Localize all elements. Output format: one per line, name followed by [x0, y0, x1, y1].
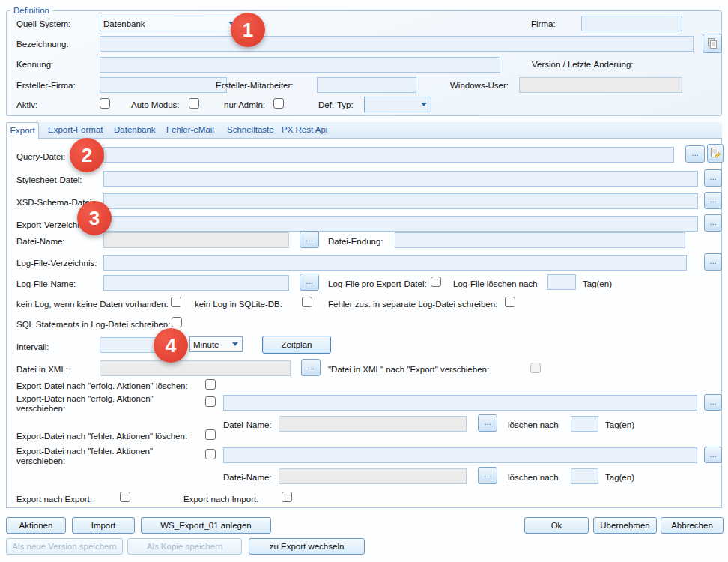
- erfolg-datei-name-label: Datei-Name:: [223, 420, 272, 430]
- kein-log-keine-daten-label: kein Log, wenn keine Daten vorhanden:: [16, 299, 169, 309]
- aktionen-button[interactable]: Aktionen: [6, 517, 66, 534]
- fehler-loeschen-nach-label: löschen nach: [508, 472, 559, 483]
- fehler-datei-name-label: Datei-Name:: [223, 472, 272, 483]
- tab-export[interactable]: Export: [6, 122, 39, 139]
- sql-statements-checkbox[interactable]: [172, 317, 182, 327]
- auto-modus-checkbox[interactable]: [189, 98, 199, 109]
- export-definition-dialog: { "colors": { "badge_red": "#e0493a", "a…: [0, 0, 728, 562]
- fehler-datei-name-browse-button[interactable]: ...: [478, 467, 497, 484]
- nur-admin-checkbox[interactable]: [273, 98, 284, 109]
- stylesheet-datei-field[interactable]: [103, 171, 698, 187]
- erfolg-loeschen-label: Export-Datei nach "erfolg. Aktionen" lös…: [16, 381, 188, 391]
- fehler-datei-name-field: [279, 468, 467, 484]
- export-nach-import-label: Export nach Import:: [183, 494, 258, 504]
- fehler-separat-label: Fehler zus. in separate Log-Datei schrei…: [328, 299, 497, 309]
- datei-endung-field[interactable]: [395, 232, 685, 248]
- erfolg-verschieben-checkbox[interactable]: [205, 396, 216, 407]
- kein-log-sqlite-checkbox[interactable]: [302, 297, 312, 307]
- logfile-name-browse-button[interactable]: ...: [300, 274, 319, 291]
- kennung-label: Kennung:: [16, 59, 53, 70]
- logfile-tagen-label: Tag(en): [583, 279, 612, 289]
- kennung-field[interactable]: [100, 57, 500, 73]
- query-datei-field[interactable]: [103, 147, 674, 163]
- logfile-loeschen-label: Log-File löschen nach: [453, 279, 538, 289]
- bezeichnung-label: Bezeichnung:: [16, 39, 69, 49]
- tab-datenbank[interactable]: Datenbank: [114, 122, 156, 138]
- intervall-label: Intervall:: [16, 342, 49, 352]
- xsd-browse-button[interactable]: ...: [704, 192, 722, 209]
- chevron-down-icon: [421, 103, 427, 106]
- intervall-unit-select[interactable]: Minute: [189, 336, 243, 352]
- datei-in-xml-browse-button[interactable]: ...: [301, 359, 321, 376]
- fehler-verschieben-field[interactable]: [223, 447, 697, 463]
- datei-in-xml-verschieben-checkbox: [530, 363, 541, 373]
- fehler-separat-checkbox[interactable]: [505, 297, 515, 307]
- datei-name-label: Datei-Name:: [16, 236, 65, 247]
- auto-modus-label: Auto Modus:: [131, 100, 180, 110]
- quell-system-value: Datenbank: [100, 19, 228, 28]
- erfolg-loeschen-nach-label: löschen nach: [508, 420, 559, 430]
- fehler-verschieben-checkbox[interactable]: [205, 449, 216, 459]
- tab-schnelltaste[interactable]: Schnelltaste: [227, 122, 274, 138]
- tab-fehler-email[interactable]: Fehler-eMail: [166, 122, 214, 138]
- logfile-pro-export-checkbox[interactable]: [431, 277, 441, 287]
- fehler-loeschen-checkbox[interactable]: [205, 429, 216, 440]
- abbrechen-button[interactable]: Abbrechen: [661, 517, 724, 534]
- query-browse-button[interactable]: ...: [685, 145, 705, 163]
- export-verzeichnis-field[interactable]: [103, 216, 698, 232]
- xsd-schema-field[interactable]: [103, 193, 698, 209]
- chevron-down-icon: [232, 342, 238, 346]
- windows-user-field: [519, 77, 682, 93]
- uebernehmen-button[interactable]: Übernehmen: [593, 517, 657, 534]
- def-typ-select[interactable]: [364, 97, 431, 112]
- logfile-verzeichnis-label: Log-File-Verzeichnis:: [16, 258, 97, 268]
- ersteller-firma-field[interactable]: [100, 77, 227, 93]
- logfile-verzeichnis-field[interactable]: [103, 255, 687, 271]
- kein-log-sqlite-label: kein Log in SQLite-DB:: [195, 299, 282, 309]
- import-button[interactable]: Import: [72, 517, 135, 534]
- ws-export-anlegen-button[interactable]: WS_Export_01 anlegen: [141, 517, 271, 534]
- erfolg-loeschen-tage-field[interactable]: [571, 416, 598, 432]
- stylesheet-browse-button[interactable]: ...: [704, 169, 722, 187]
- tab-px-rest-api[interactable]: PX Rest Api: [282, 122, 327, 138]
- export-nach-import-checkbox[interactable]: [282, 492, 292, 502]
- tab-export-format[interactable]: Export-Format: [48, 122, 103, 138]
- als-neue-version-button: Als neue Version speichern: [6, 538, 123, 555]
- erfolg-loeschen-checkbox[interactable]: [205, 379, 216, 390]
- datei-in-xml-label: Datei in XML:: [16, 364, 68, 375]
- erfolg-verschieben-browse-button[interactable]: ...: [704, 394, 722, 411]
- query-edit-button[interactable]: [707, 144, 724, 163]
- definition-group-title: Definition: [10, 5, 52, 16]
- logfile-verzeichnis-browse-button[interactable]: ...: [704, 253, 722, 271]
- zu-export-wechseln-button[interactable]: zu Export wechseln: [249, 538, 365, 555]
- fehler-verschieben-browse-button[interactable]: ...: [704, 447, 722, 463]
- copy-button[interactable]: [703, 34, 722, 53]
- export-nach-export-label: Export nach Export:: [16, 494, 92, 504]
- version-label: Version / Letzte Änderung:: [532, 59, 634, 70]
- zeitplan-button[interactable]: Zeitplan: [262, 336, 331, 354]
- ersteller-mitarbeiter-field[interactable]: [317, 77, 416, 93]
- fehler-loeschen-tage-field[interactable]: [571, 468, 598, 484]
- als-kopie-button: Als Kopie speichern: [127, 538, 242, 555]
- bezeichnung-field[interactable]: [100, 36, 694, 52]
- logfile-loeschen-tage-field[interactable]: [547, 274, 576, 290]
- erfolg-datei-name-browse-button[interactable]: ...: [478, 414, 497, 432]
- quell-system-label: Quell-System:: [16, 19, 70, 29]
- ok-button[interactable]: Ok: [524, 517, 589, 534]
- aktiv-checkbox[interactable]: [100, 98, 110, 109]
- datei-in-xml-verschieben-label: "Datei in XML" nach "Export" verschieben…: [328, 364, 489, 375]
- annotation-badge-1: 1: [231, 13, 265, 47]
- datei-name-browse-button[interactable]: ...: [300, 231, 319, 248]
- export-verzeichnis-browse-button[interactable]: ...: [704, 214, 722, 232]
- def-typ-label: Def.-Typ:: [318, 100, 354, 110]
- export-nach-export-checkbox[interactable]: [120, 492, 130, 502]
- kein-log-keine-daten-checkbox[interactable]: [171, 297, 181, 307]
- edit-file-icon: [709, 147, 721, 159]
- quell-system-select[interactable]: Datenbank: [100, 16, 239, 31]
- firma-field[interactable]: [581, 16, 682, 31]
- annotation-badge-3: 3: [77, 201, 112, 235]
- erfolg-datei-name-field: [279, 416, 467, 432]
- logfile-name-field[interactable]: [103, 275, 289, 291]
- erfolg-verschieben-field[interactable]: [223, 395, 697, 411]
- datei-endung-label: Datei-Endung:: [328, 236, 383, 247]
